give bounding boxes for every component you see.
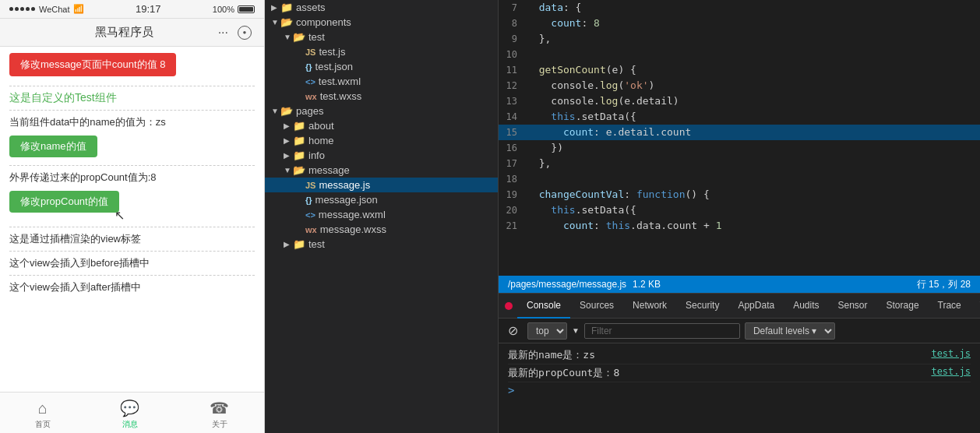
devtools-panel: Console Sources Network Security AppData… xyxy=(499,293,980,433)
battery-pct-label: 100% xyxy=(213,5,234,14)
code-line-7: 7 data: { xyxy=(499,0,980,16)
tab-security[interactable]: Security xyxy=(676,294,728,319)
tab-audits[interactable]: Audits xyxy=(784,294,828,319)
tab-sensor[interactable]: Sensor xyxy=(829,294,877,319)
console-prompt-line[interactable]: > xyxy=(508,382,971,398)
devtools-block-btn[interactable] xyxy=(505,302,513,310)
line-num-20: 20 xyxy=(499,202,527,218)
block-icon xyxy=(505,302,513,310)
filetree-test-json[interactable]: ▶ {} test.json xyxy=(265,59,498,74)
filetree-test-wxss[interactable]: ▶ wx test.wxss xyxy=(265,89,498,104)
console-link-2[interactable]: test.js xyxy=(931,366,971,377)
message-icon: 💬 xyxy=(120,399,139,417)
tab-trace[interactable]: Trace xyxy=(929,294,971,319)
filetree-test-pages[interactable]: ▶ 📁 test xyxy=(265,237,498,252)
nav-home[interactable]: ⌂ 首页 xyxy=(35,400,51,430)
tab-wxml[interactable]: Wxml xyxy=(971,294,980,319)
filetree-components[interactable]: ▼ 📂 components xyxy=(265,15,498,30)
filetree-about[interactable]: ▶ 📁 about xyxy=(265,118,498,133)
status-right: 100% xyxy=(213,5,255,14)
filetree-item-label: components xyxy=(296,16,351,28)
line-code-20: this.setData({ xyxy=(527,202,636,218)
line-code-9: }, xyxy=(527,31,551,47)
dashed-5 xyxy=(9,251,255,252)
folder-icon: 📂 xyxy=(280,16,293,28)
console-text-2: 最新的propCount是：8 xyxy=(508,366,931,380)
filetree-item-label: home xyxy=(308,135,334,146)
console-prompt-icon: > xyxy=(508,384,514,396)
filetree-home[interactable]: ▶ 📁 home xyxy=(265,133,498,148)
json-icon: {} xyxy=(305,195,312,205)
filetree-item-label: test xyxy=(308,31,325,43)
battery-fill xyxy=(239,7,253,12)
filter-input[interactable] xyxy=(584,323,740,339)
editor-main[interactable]: 7 data: { 8 count: 8 9 }, 10 11 g xyxy=(499,0,980,276)
tab-network[interactable]: Network xyxy=(623,294,676,319)
wxml-icon: <> xyxy=(305,210,316,220)
arrow-icon: ▼ xyxy=(284,33,293,41)
tab-storage[interactable]: Storage xyxy=(877,294,929,319)
dashed-6 xyxy=(9,275,255,276)
editor-status-left: /pages/message/message.js 1.2 KB xyxy=(508,279,661,290)
code-line-20: 20 this.setData({ xyxy=(499,202,980,218)
console-link-1[interactable]: test.js xyxy=(931,348,971,359)
tab-console[interactable]: Console xyxy=(517,294,570,319)
json-icon: {} xyxy=(305,62,312,72)
filetree-test-comp[interactable]: ▼ 📂 test xyxy=(265,30,498,44)
arrow-icon: ▶ xyxy=(284,136,293,145)
btn-prop[interactable]: 修改propCount的值 xyxy=(9,191,119,213)
filter-group: top ▼ Default levels ▾ xyxy=(527,322,974,340)
nav-message[interactable]: 💬 消息 xyxy=(120,399,139,430)
filetree-item-label: test.wxss xyxy=(320,90,361,102)
arrow-icon: ▼ xyxy=(271,18,280,26)
nav-about[interactable]: ☎ 关于 xyxy=(210,399,229,430)
level-select[interactable]: Default levels ▾ xyxy=(745,322,835,340)
filetree-message-wxml[interactable]: ▶ <> message.wxml xyxy=(265,207,498,222)
line-num-19: 19 xyxy=(499,187,527,202)
line-code-7: data: { xyxy=(527,0,581,16)
home-icon: ⌂ xyxy=(38,400,48,417)
line-code-21: count: this.data.count + 1 xyxy=(527,218,721,234)
code-line-11: 11 getSonCount(e) { xyxy=(499,62,980,78)
code-line-13: 13 console.log(e.detail) xyxy=(499,93,980,109)
nav-about-label: 关于 xyxy=(212,419,227,430)
code-line-16: 16 }) xyxy=(499,140,980,156)
folder-icon: 📁 xyxy=(293,150,305,161)
more-icon[interactable]: ··· xyxy=(218,26,228,40)
tab-sources[interactable]: Sources xyxy=(570,294,623,319)
record-icon[interactable]: ● xyxy=(238,26,252,40)
filetree-message-json[interactable]: ▶ {} message.json xyxy=(265,192,498,207)
clear-console-btn[interactable]: ⊘ xyxy=(505,322,521,340)
filetree-message-wxss[interactable]: ▶ wx message.wxss xyxy=(265,222,498,237)
filetree-item-label: message.json xyxy=(316,194,378,206)
filetree-pages[interactable]: ▼ 📂 pages xyxy=(265,104,498,118)
arrow-icon: ▶ xyxy=(284,151,293,160)
console-line-1: 最新的name是：zs test.js xyxy=(508,347,971,364)
console-line-2: 最新的propCount是：8 test.js xyxy=(508,364,971,382)
filetree-item-label: test.json xyxy=(316,61,353,72)
filetree-info[interactable]: ▶ 📁 info xyxy=(265,148,498,163)
folder-icon: 📁 xyxy=(293,238,305,250)
line-num-18: 18 xyxy=(499,171,527,187)
tab-appdata[interactable]: AppData xyxy=(728,294,784,319)
filetree-message-js[interactable]: ▶ JS message.js xyxy=(265,178,498,192)
filetree-message[interactable]: ▼ 📂 message xyxy=(265,163,498,178)
line-num-16: 16 xyxy=(499,140,527,156)
line-code-14: this.setData({ xyxy=(527,109,636,125)
btn-name[interactable]: 修改name的值 xyxy=(9,136,97,157)
status-left: WeChat 📶 xyxy=(9,4,84,14)
arrow-icon: ▶ xyxy=(284,240,293,248)
context-select[interactable]: top xyxy=(527,322,567,340)
signal-icon: 📶 xyxy=(73,4,84,14)
editor-wrapper: 7 data: { 8 count: 8 9 }, 10 11 g xyxy=(499,0,980,433)
slot-after: 这个view会插入到after插槽中 xyxy=(9,280,255,294)
filetree-test-js[interactable]: ▶ JS test.js xyxy=(265,44,498,59)
filetree-test-wxml[interactable]: ▶ <> test.wxml xyxy=(265,74,498,89)
folder-icon: 📂 xyxy=(280,105,293,117)
btn-red[interactable]: 修改message页面中count的值 8 xyxy=(9,53,176,76)
filetree-assets[interactable]: ▶ 📁 assets xyxy=(265,0,498,15)
slot-label: 这是通过插槽渲染的view标签 xyxy=(9,232,255,246)
code-line-18: 18 xyxy=(499,171,980,187)
prop-label: 外界传递过来的propCount值为:8 xyxy=(9,171,255,185)
line-num-7: 7 xyxy=(499,0,527,16)
